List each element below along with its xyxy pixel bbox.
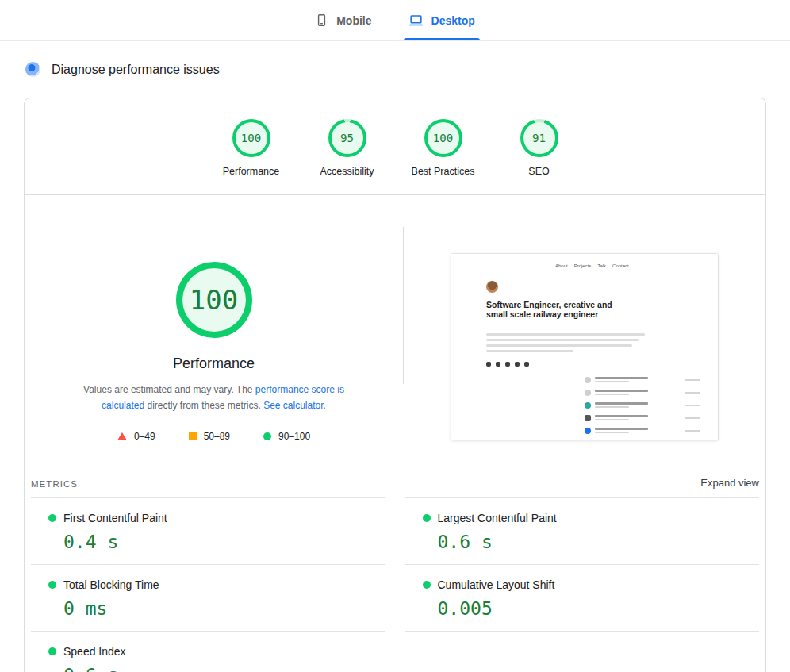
- screenshot-nav-item: Contact: [612, 263, 629, 268]
- screenshot-experience-list: [585, 374, 700, 438]
- metric-name-row: Speed Index: [48, 645, 385, 658]
- legend-pass-range: 90–100: [278, 431, 310, 442]
- best-practices-gauge: 100: [424, 119, 462, 157]
- performance-gauge-column: 100 Performance Values are estimated and…: [25, 195, 403, 462]
- screenshot-nav-item: Projects: [574, 263, 592, 268]
- pass-dot-icon: [48, 581, 56, 589]
- tab-mobile[interactable]: Mobile: [310, 0, 376, 40]
- see-calculator-link[interactable]: See calculator: [263, 400, 323, 411]
- device-tabbar: Mobile Desktop: [0, 0, 790, 41]
- description-text: Values are estimated and may vary. The: [83, 384, 255, 395]
- screenshot-nav-item: About: [555, 263, 568, 268]
- screenshot-nav-item: Talk: [597, 263, 606, 268]
- metric-name-row: Cumulative Layout Shift: [423, 578, 760, 591]
- metrics-section-label: METRICS: [31, 479, 78, 489]
- diagnose-header: Diagnose performance issues: [0, 41, 790, 77]
- tab-desktop-label: Desktop: [431, 14, 475, 27]
- metrics-grid: First Contentful Paint 0.4 s Largest Con…: [25, 498, 765, 672]
- score-description: Values are estimated and may vary. The p…: [75, 382, 354, 414]
- final-screenshot: About Projects Talk Contact Software Eng…: [451, 254, 718, 440]
- best-practices-label: Best Practices: [412, 166, 475, 177]
- legend-pass: 90–100: [263, 431, 310, 442]
- score-item-accessibility[interactable]: 95 Accessibility: [309, 119, 385, 177]
- active-tab-underline: [404, 38, 480, 40]
- pass-dot-icon: [423, 581, 431, 589]
- seo-score: 91: [523, 122, 555, 154]
- legend-average-range: 50–89: [204, 431, 230, 442]
- performance-gauge: 100: [232, 119, 270, 157]
- screenshot-list-item: [585, 387, 700, 397]
- pagespeed-logo-icon: [25, 62, 40, 77]
- accessibility-gauge: 95: [328, 119, 366, 157]
- metric-label: Speed Index: [63, 645, 126, 658]
- report-card: 100 Performance 95 Accessibility 100 Bes…: [24, 98, 766, 672]
- description-text: directly from these metrics.: [144, 400, 263, 411]
- performance-score: 100: [236, 122, 267, 154]
- metric-value: 0.005: [438, 598, 760, 619]
- accessibility-score: 95: [332, 122, 363, 154]
- device-tabs: Mobile Desktop: [310, 0, 480, 40]
- laptop-icon: [408, 13, 424, 28]
- performance-section-title: Performance: [173, 355, 255, 372]
- screenshot-avatar: [486, 281, 498, 293]
- average-square-icon: [189, 432, 197, 440]
- pass-dot-icon: [423, 514, 431, 522]
- screenshot-list-item: [585, 374, 700, 385]
- page-title: Diagnose performance issues: [52, 63, 220, 77]
- legend-fail-range: 0–49: [134, 431, 155, 442]
- performance-section: 100 Performance Values are estimated and…: [25, 195, 765, 462]
- score-item-seo[interactable]: 91 SEO: [501, 119, 577, 177]
- seo-gauge: 91: [520, 119, 558, 157]
- metric-total-blocking-time: Total Blocking Time 0 ms: [31, 565, 385, 632]
- score-item-best-practices[interactable]: 100 Best Practices: [405, 119, 481, 177]
- metric-label: Total Blocking Time: [63, 578, 159, 591]
- metric-cumulative-layout-shift: Cumulative Layout Shift 0.005: [405, 565, 760, 632]
- screenshot-list-item: [585, 425, 700, 436]
- performance-label: Performance: [223, 166, 280, 177]
- tab-mobile-label: Mobile: [336, 14, 371, 27]
- metric-label: First Contentful Paint: [63, 512, 167, 524]
- metric-label: Cumulative Layout Shift: [438, 578, 555, 591]
- seo-label: SEO: [528, 166, 549, 177]
- score-legend: 0–49 50–89 90–100: [117, 431, 310, 442]
- performance-big-score: 100: [182, 268, 246, 332]
- metric-largest-contentful-paint: Largest Contentful Paint 0.6 s: [405, 498, 760, 565]
- metric-value: 0.4 s: [63, 532, 385, 552]
- metric-name-row: Total Blocking Time: [48, 578, 385, 591]
- screenshot-column: About Projects Talk Contact Software Eng…: [404, 195, 765, 462]
- metrics-header-left: METRICS: [31, 477, 385, 498]
- score-summary: 100 Performance 95 Accessibility 100 Bes…: [25, 98, 765, 194]
- description-text: .: [324, 400, 326, 411]
- pass-dot-icon: [48, 514, 56, 522]
- metrics-header-right: Expand view: [405, 477, 760, 498]
- tab-desktop[interactable]: Desktop: [404, 0, 480, 40]
- metric-value: 0 ms: [63, 598, 385, 619]
- best-practices-score: 100: [428, 122, 459, 154]
- metric-speed-index: Speed Index 0.6 s: [31, 632, 385, 672]
- legend-fail: 0–49: [117, 431, 155, 442]
- metrics-header: METRICS Expand view: [25, 477, 765, 498]
- phone-icon: [315, 13, 328, 27]
- pass-dot-icon: [48, 647, 56, 655]
- screenshot-nav: About Projects Talk Contact: [555, 263, 629, 268]
- metric-first-contentful-paint: First Contentful Paint 0.4 s: [31, 498, 385, 565]
- pass-circle-icon: [263, 432, 271, 440]
- metric-name-row: First Contentful Paint: [48, 512, 385, 524]
- metric-label: Largest Contentful Paint: [438, 512, 557, 524]
- accessibility-label: Accessibility: [320, 166, 374, 177]
- screenshot-list-item: [585, 400, 700, 410]
- metric-name-row: Largest Contentful Paint: [423, 512, 760, 524]
- expand-view-button[interactable]: Expand view: [700, 477, 759, 489]
- metric-value: 0.6 s: [63, 665, 385, 672]
- screenshot-list-item: [585, 413, 700, 423]
- screenshot-paragraph: [486, 333, 645, 355]
- performance-big-gauge: 100: [176, 262, 252, 338]
- fail-triangle-icon: [117, 432, 127, 440]
- screenshot-heading: Software Engineer, creative and small sc…: [486, 300, 623, 320]
- score-item-performance[interactable]: 100 Performance: [213, 119, 289, 177]
- screenshot-social-icons: [486, 362, 529, 367]
- metric-value: 0.6 s: [438, 532, 760, 552]
- legend-average: 50–89: [189, 431, 230, 442]
